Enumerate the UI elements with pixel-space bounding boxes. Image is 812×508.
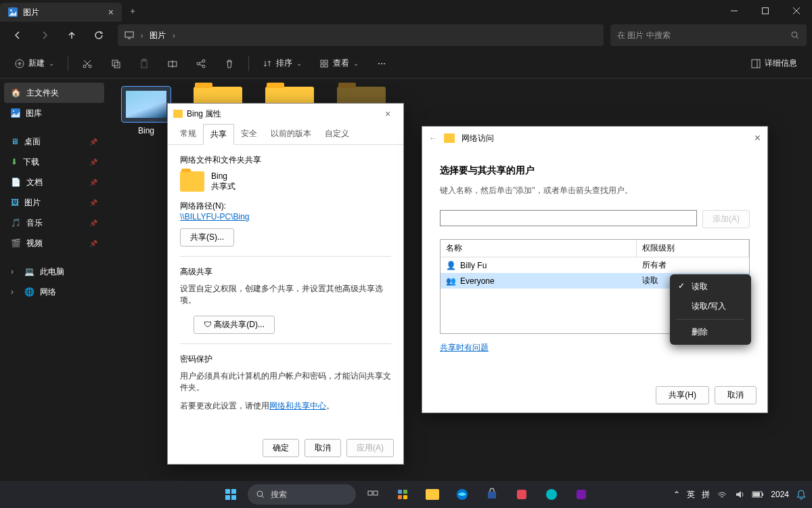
sort-button[interactable]: 排序 ⌄ (256, 53, 309, 75)
share-button[interactable]: 共享(S)... (180, 228, 234, 247)
sidebar-item-downloads[interactable]: ⬇下载📌 (4, 152, 104, 172)
menu-item-read[interactable]: 读取 (673, 277, 748, 297)
svg-rect-3 (763, 8, 769, 14)
ime-indicator[interactable]: 英 (687, 489, 695, 501)
clock[interactable]: 2024 (771, 490, 789, 499)
apply-button[interactable]: 应用(A) (346, 439, 394, 457)
share-button[interactable]: 共享(H) (656, 386, 709, 404)
chevron-right-icon: › (173, 32, 175, 39)
pin-icon: 📌 (89, 138, 97, 146)
details-button[interactable]: 详细信息 (744, 53, 804, 75)
more-button[interactable]: ⋯ (369, 53, 394, 75)
svg-point-1 (10, 9, 12, 12)
folder-icon (180, 171, 204, 192)
sidebar-item-home[interactable]: 🏠主文件夹 (4, 83, 104, 103)
notification-icon[interactable] (796, 489, 807, 500)
user-input[interactable] (440, 210, 697, 226)
edge-taskbar-icon[interactable] (449, 482, 475, 507)
tray-chevron-icon[interactable]: ⌃ (673, 490, 680, 499)
svg-point-23 (202, 65, 205, 68)
paste-button[interactable] (132, 53, 156, 75)
store-taskbar-icon[interactable] (479, 482, 505, 507)
user-row[interactable]: 👤Billy Fu 所有者 (441, 257, 749, 273)
svg-point-33 (13, 110, 14, 112)
maximize-button[interactable] (750, 0, 781, 22)
battery-icon[interactable] (752, 490, 764, 499)
menu-item-readwrite[interactable]: 读取/写入 (673, 297, 748, 316)
share-button[interactable] (189, 53, 213, 75)
up-button[interactable] (60, 24, 84, 46)
group-icon: 👥 (446, 276, 456, 286)
close-tab-icon[interactable]: × (108, 7, 114, 18)
task-view-button[interactable] (360, 482, 386, 507)
folder-icon (122, 87, 171, 122)
taskbar-search[interactable]: 搜索 (248, 484, 356, 505)
tab-sharing[interactable]: 共享 (203, 124, 234, 145)
wifi-icon[interactable] (717, 489, 727, 500)
svg-rect-55 (517, 490, 526, 499)
new-button[interactable]: 新建 ⌄ (8, 53, 61, 75)
breadcrumb-bar[interactable]: › 图片 › (118, 24, 604, 46)
menu-item-remove[interactable]: 删除 (673, 322, 748, 342)
ok-button[interactable]: 确定 (263, 439, 299, 457)
explorer-taskbar-icon[interactable] (420, 482, 445, 507)
volume-icon[interactable] (734, 489, 745, 500)
advanced-share-button[interactable]: 🛡 高级共享(D)... (194, 316, 275, 334)
ime-indicator[interactable]: 拼 (702, 489, 710, 501)
delete-button[interactable] (217, 53, 242, 75)
tab-general[interactable]: 常规 (173, 124, 203, 144)
cancel-button[interactable]: 取消 (715, 386, 757, 404)
copy-button[interactable] (104, 53, 128, 75)
search-label: 搜索 (271, 489, 287, 501)
new-tab-button[interactable]: ＋ (122, 0, 143, 22)
search-input[interactable]: 在 图片 中搜索 (610, 24, 807, 46)
close-button[interactable]: × (754, 132, 761, 144)
start-button[interactable] (218, 482, 244, 507)
network-center-link[interactable]: 网络和共享中心 (269, 401, 326, 410)
network-path-value[interactable]: \\BILLYFU-PC\Bing (180, 212, 391, 221)
view-button[interactable]: 查看 ⌄ (313, 53, 365, 75)
minimize-button[interactable] (719, 0, 750, 22)
app-taskbar-icon[interactable] (509, 482, 535, 507)
tab-custom[interactable]: 自定义 (318, 124, 356, 144)
column-name-header[interactable]: 名称 (441, 240, 637, 257)
sidebar-item-videos[interactable]: 🎬视频📌 (4, 233, 104, 253)
close-window-button[interactable] (781, 0, 812, 22)
sidebar-item-music[interactable]: 🎵音乐📌 (4, 213, 104, 233)
sidebar-item-documents[interactable]: 📄文档📌 (4, 172, 104, 192)
sidebar-item-thispc[interactable]: ›💻此电脑 (4, 261, 104, 282)
dialog-titlebar[interactable]: Bing 属性 × (168, 104, 403, 124)
trouble-sharing-link[interactable]: 共享时有问题 (440, 343, 489, 352)
pin-icon: 📌 (89, 219, 97, 227)
separator (180, 256, 391, 257)
forward-button[interactable] (32, 24, 57, 46)
tab-previous[interactable]: 以前的版本 (264, 124, 318, 144)
column-perm-header[interactable]: 权限级别 (637, 240, 749, 257)
app-taskbar-icon[interactable] (539, 482, 564, 507)
back-button[interactable]: ← (429, 133, 437, 143)
dialog-header[interactable]: ← 网络访问 × (422, 127, 767, 150)
user-perm: 读取 (642, 275, 658, 287)
add-button[interactable]: 添加(A) (702, 210, 750, 228)
window-tab[interactable]: 图片 × (0, 3, 122, 22)
refresh-button[interactable] (87, 24, 111, 46)
tab-security[interactable]: 安全 (234, 124, 264, 144)
dialog-title: 网络访问 (461, 133, 494, 144)
section-title: 高级共享 (180, 266, 391, 278)
sidebar-item-desktop[interactable]: 🖥桌面📌 (4, 131, 104, 152)
svg-line-9 (796, 37, 798, 39)
sidebar-item-pictures[interactable]: 🖼图片📌 (4, 192, 104, 213)
app-taskbar-icon[interactable] (568, 482, 594, 507)
folder-item-bing[interactable]: Bing (119, 87, 173, 135)
back-button[interactable] (5, 24, 30, 46)
breadcrumb-item[interactable]: 图片 (150, 30, 166, 41)
pc-icon: 💻 (24, 267, 35, 276)
widgets-button[interactable] (390, 482, 415, 507)
close-button[interactable]: × (378, 108, 398, 119)
cut-button[interactable] (75, 53, 99, 75)
sidebar-item-gallery[interactable]: 图库 (4, 103, 104, 123)
svg-rect-44 (231, 495, 236, 500)
sidebar-item-network[interactable]: ›🌐网络 (4, 282, 104, 302)
rename-button[interactable] (160, 53, 185, 75)
cancel-button[interactable]: 取消 (304, 439, 341, 457)
